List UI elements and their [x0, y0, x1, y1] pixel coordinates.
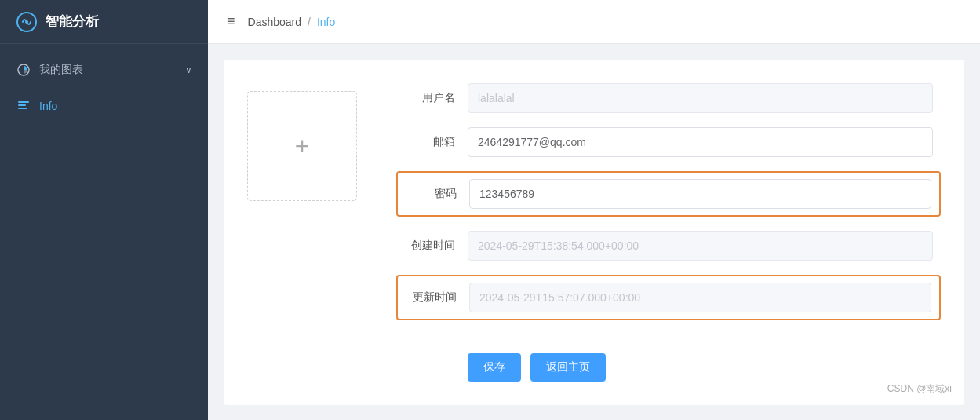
chevron-down-icon: ∨ [185, 64, 192, 75]
sidebar: 智能分析 我的图表 ∨ Info [0, 0, 208, 420]
svg-point-1 [25, 20, 28, 24]
label-username: 用户名 [404, 91, 455, 105]
breadcrumb: Dashboard / Info [248, 16, 336, 28]
label-updated-at: 更新时间 [406, 290, 457, 305]
label-email: 邮箱 [404, 135, 455, 149]
form-row-updated-at: 更新时间 [406, 283, 931, 312]
main: ≡ Dashboard / Info + 用户名 [208, 0, 980, 420]
form-layout: + 用户名 邮箱 [247, 83, 933, 382]
breadcrumb-info[interactable]: Info [317, 16, 335, 28]
svg-rect-4 [18, 104, 26, 106]
breadcrumb-separator: / [308, 16, 311, 28]
sidebar-item-label-my-charts: 我的图表 [39, 63, 185, 77]
form-row-password: 密码 [406, 179, 931, 209]
breadcrumb-dashboard[interactable]: Dashboard [248, 16, 302, 28]
input-password[interactable] [469, 179, 931, 209]
footer-watermark: CSDN @南域xi [887, 382, 952, 396]
plus-icon: + [295, 133, 310, 159]
header: ≡ Dashboard / Info [208, 0, 980, 44]
svg-rect-3 [18, 101, 29, 103]
action-buttons: 保存 返回主页 [468, 353, 933, 382]
form-row-created-at: 创建时间 [404, 231, 933, 261]
info-card: + 用户名 邮箱 [224, 60, 964, 405]
back-button[interactable]: 返回主页 [530, 353, 606, 382]
input-email[interactable] [468, 127, 933, 157]
info-icon [16, 98, 31, 114]
content-area: + 用户名 邮箱 [208, 44, 980, 420]
updated-at-highlight-box: 更新时间 [396, 275, 941, 320]
input-username[interactable] [468, 83, 933, 113]
svg-rect-5 [18, 108, 27, 109]
menu-toggle-icon[interactable]: ≡ [227, 13, 235, 30]
app-title: 智能分析 [46, 13, 99, 31]
input-created-at[interactable] [468, 231, 933, 261]
sidebar-logo: 智能分析 [0, 0, 208, 44]
sidebar-item-info[interactable]: Info [0, 88, 208, 124]
form-row-username: 用户名 [404, 83, 933, 113]
save-button[interactable]: 保存 [468, 353, 521, 382]
form-fields: 用户名 邮箱 密码 [404, 83, 933, 382]
sidebar-item-my-charts[interactable]: 我的图表 ∨ [0, 52, 208, 88]
form-row-email: 邮箱 [404, 127, 933, 157]
password-highlight-box: 密码 [396, 171, 941, 217]
label-password: 密码 [406, 187, 457, 201]
avatar-upload[interactable]: + [247, 91, 357, 201]
input-updated-at[interactable] [469, 283, 931, 312]
label-created-at: 创建时间 [404, 239, 455, 253]
sidebar-item-label-info: Info [39, 100, 192, 112]
charts-icon [16, 62, 31, 78]
logo-icon [16, 11, 38, 33]
sidebar-menu: 我的图表 ∨ Info [0, 44, 208, 420]
